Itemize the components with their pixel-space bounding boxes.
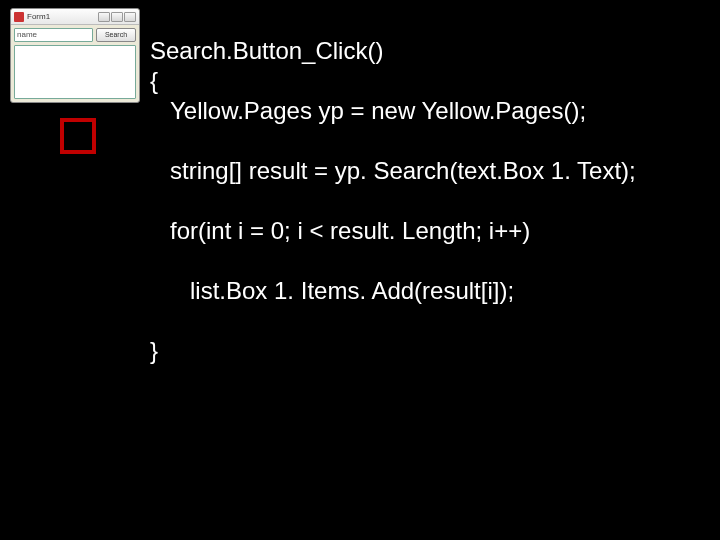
code-line: Search.Button_Click() xyxy=(150,37,383,64)
results-listbox[interactable] xyxy=(14,45,136,99)
maximize-button[interactable] xyxy=(111,12,123,22)
code-line: Yellow.Pages yp = new Yellow.Pages(); xyxy=(150,96,636,126)
close-button[interactable] xyxy=(124,12,136,22)
code-line: } xyxy=(150,337,158,364)
minimize-button[interactable] xyxy=(98,12,110,22)
code-line: for(int i = 0; i < result. Length; i++) xyxy=(150,216,636,246)
search-button[interactable]: Search xyxy=(96,28,136,42)
code-line: list.Box 1. Items. Add(result[i]); xyxy=(150,276,636,306)
code-line: string[] result = yp. Search(text.Box 1.… xyxy=(150,156,636,186)
window-controls xyxy=(98,12,136,22)
titlebar: Form1 xyxy=(11,9,139,25)
client-area: name Search xyxy=(11,25,139,102)
app-icon xyxy=(14,12,24,22)
search-row: name Search xyxy=(14,28,136,42)
code-block: Search.Button_Click() { Yellow.Pages yp … xyxy=(150,6,636,366)
highlight-square-icon xyxy=(60,118,96,154)
search-input[interactable]: name xyxy=(14,28,93,42)
window-title: Form1 xyxy=(27,12,98,21)
app-window-mockup: Form1 name Search xyxy=(10,8,140,103)
code-line: { xyxy=(150,67,158,94)
